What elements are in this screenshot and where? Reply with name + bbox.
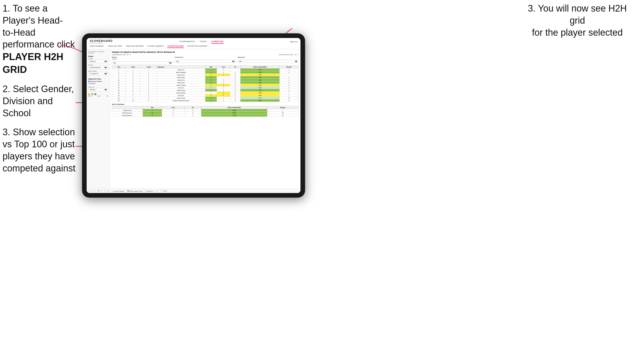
- cell-reg: 1: [126, 84, 140, 86]
- dot-level: [91, 93, 93, 95]
- cell-loss: 1: [217, 74, 230, 76]
- table-row: 11 2 5 Heejo Hyun 1 0 0 3.33 3: [112, 81, 298, 84]
- cell-win: 4: [205, 97, 217, 99]
- cell-div: 11: [112, 81, 126, 84]
- cell-rounds: 7: [280, 92, 298, 94]
- logo-text: SCOREBOARD: [90, 39, 113, 42]
- watch-btn[interactable]: 👁 Watch ▾: [146, 190, 153, 192]
- cell-reg: 3: [126, 74, 140, 76]
- table-row: 6 3 3 Sydney Kuo 0 1 0 -1.00: [112, 74, 298, 76]
- undo-btn[interactable]: ↩: [89, 190, 90, 192]
- table-row: 9 1 4 Sharon Mun 1 0 3.67 3: [112, 76, 298, 79]
- cell-win: 2: [205, 86, 217, 89]
- sub-nav-player-summary[interactable]: PLAYER SUMMARY: [147, 45, 164, 48]
- toolbar-sep2: [126, 190, 126, 192]
- opponent-select[interactable]: (All): [238, 60, 298, 63]
- region-select[interactable]: (All): [112, 61, 173, 64]
- logo-area: SCOREBOARD Powered by clippd: [90, 39, 113, 44]
- cell-diff: 0.38: [240, 86, 280, 89]
- table-row: 3 1 1 Esther Lee 1 0 1.50 4: [112, 69, 298, 71]
- nav-teams[interactable]: TEAMS: [199, 40, 207, 44]
- redo-btn2[interactable]: ↪: [95, 190, 96, 192]
- region-filter-group: Region Opponent (All): [112, 56, 173, 64]
- cell-tie: 0: [230, 76, 240, 79]
- sub-nav-player-h2h[interactable]: PLAYER H2H GRID: [167, 45, 184, 48]
- cell-reg: 1: [126, 76, 140, 79]
- player-rank-select[interactable]: 8. Katelyn Vo: [88, 72, 108, 75]
- view-original-btn[interactable]: 📊 View: Original: [112, 190, 124, 192]
- overall-record: Overall Record: 353 - 34 - 6: [112, 54, 131, 55]
- sub-nav-team-h2h[interactable]: TEAM H2H GRID: [108, 45, 122, 48]
- ood-cell-rounds: 2: [267, 109, 298, 112]
- sub-nav-team-summary[interactable]: TEAM SUMMARY: [90, 45, 104, 48]
- cell-opponent: Esther Lee: [157, 69, 205, 71]
- ood-cell-loss: 0: [162, 109, 185, 112]
- radio-opponents-played[interactable]: Opponents Played: [88, 81, 108, 82]
- cell-rounds: 3: [280, 71, 298, 74]
- cell-rounds: 3: [280, 76, 298, 79]
- ood-th-tie: Tie: [184, 106, 201, 109]
- tablet-device: SCOREBOARD Powered by clippd TOURNAMENTS…: [82, 33, 305, 198]
- redo-btn1[interactable]: ↩: [92, 190, 93, 192]
- cell-opponent: Sharon Mun: [157, 76, 205, 79]
- cell-conf: 4: [140, 86, 157, 89]
- cell-rounds: 4: [280, 89, 298, 92]
- cell-reg: 6: [126, 79, 140, 81]
- cell-conf: 4: [140, 76, 157, 79]
- th-loss: Loss: [217, 66, 230, 69]
- cell-div: 3: [112, 69, 126, 71]
- cell-div: 9: [112, 76, 126, 79]
- colour-by-select[interactable]: Win/loss: [88, 88, 108, 91]
- cell-loss: 1: [217, 97, 230, 99]
- conference-select[interactable]: (All): [175, 60, 235, 63]
- nav-bar: SCOREBOARD Powered by clippd TOURNAMENTS…: [87, 38, 300, 49]
- th-rounds: Rounds: [280, 66, 298, 69]
- dot-labels: Down Level Up: [88, 95, 108, 97]
- tablet-screen: SCOREBOARD Powered by clippd TOURNAMENTS…: [87, 38, 300, 193]
- panel-timestamp: Last Updated: 27/03/2024 16:55:38: [88, 51, 108, 54]
- ood-table-row: NCAA Division 2 5 0 0 7.400 10: [112, 114, 298, 117]
- ood-th-loss: Loss: [162, 106, 185, 109]
- timer-btn[interactable]: ⏱: [107, 190, 109, 192]
- cell-win: 0: [205, 74, 217, 76]
- ood-cell-loss: 0: [162, 112, 185, 114]
- cell-diff: 4.00: [240, 71, 280, 74]
- left-panel: Last Updated: 27/03/2024 16:55:38 Player…: [87, 49, 110, 189]
- step3-left-text: 3. Show selection vs Top 100 or just pla…: [3, 126, 82, 174]
- conference-filter-group: Conference (All): [175, 56, 235, 64]
- cell-tie: [230, 69, 240, 71]
- cell-win: 1: [205, 71, 217, 74]
- cell-loss: 0: [217, 81, 230, 84]
- grid-btn[interactable]: ⊞: [98, 190, 99, 192]
- radio-top100[interactable]: Top 100: [88, 83, 108, 84]
- sub-nav-team-heatmap[interactable]: TEAM H2H HEATMAP: [126, 45, 144, 48]
- save-custom-view-btn[interactable]: 💾 Save Custom View: [127, 190, 143, 192]
- sub-nav-player-heatmap[interactable]: PLAYER H2H HEATMAP: [187, 45, 207, 48]
- download-btn[interactable]: ↙: [157, 190, 158, 192]
- share-icon-btn[interactable]: ↗: [160, 190, 161, 192]
- cell-rounds: 4: [280, 79, 298, 81]
- ood-cell-rounds: 30: [267, 112, 298, 114]
- cell-tie: 0: [230, 92, 240, 94]
- cell-conf: 5: [140, 81, 157, 84]
- gender-select[interactable]: Women's: [88, 60, 108, 63]
- th-opponent: Opponent: [157, 66, 205, 69]
- ood-th-diff: Diff Av Strokes/Rnd: [201, 106, 267, 109]
- cell-loss: [217, 76, 230, 79]
- forward-btn[interactable]: ↷: [104, 190, 106, 192]
- division-label: Division: [88, 64, 108, 66]
- share-btn[interactable]: Share: [163, 190, 167, 192]
- instructions-left: 1. To see a Player's Head- to-Head perfo…: [3, 3, 82, 182]
- th-div: # Div: [112, 66, 126, 69]
- nav-tournaments[interactable]: TOURNAMENTS: [179, 40, 195, 44]
- sign-out[interactable]: Sign out: [290, 41, 297, 43]
- player-rank-label: Player (Rank): [88, 70, 108, 72]
- cell-rounds: 11: [280, 97, 298, 99]
- back-btn[interactable]: ↶: [101, 190, 103, 192]
- nav-committee[interactable]: COMMITTEE: [211, 40, 224, 44]
- division-select[interactable]: NCAA Division III: [88, 66, 108, 69]
- cell-conf: 3: [140, 79, 157, 81]
- cell-loss: 2: [217, 86, 230, 89]
- cell-loss: 0: [217, 69, 230, 71]
- th-diff: Diff Av Strokes/Rnd: [240, 66, 280, 69]
